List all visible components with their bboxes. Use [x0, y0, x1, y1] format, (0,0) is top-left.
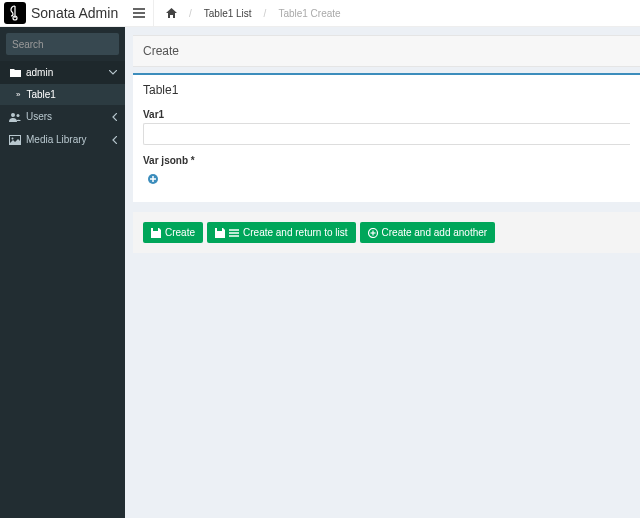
create-button[interactable]: Create — [143, 222, 203, 243]
plus-circle-icon — [147, 173, 159, 185]
svg-point-5 — [12, 137, 14, 139]
brand-name: Sonata Admin — [31, 5, 118, 21]
topbar: / Table1 List / Table1 Create — [125, 0, 640, 27]
search-input[interactable] — [12, 39, 139, 50]
hamburger-button[interactable] — [133, 0, 154, 27]
chevron-left-icon — [112, 113, 117, 121]
sidebar-item-label: Media Library — [26, 134, 87, 145]
bullet-icon: » — [16, 90, 20, 99]
create-another-button[interactable]: Create and add another — [360, 222, 496, 243]
plus-circle-icon — [368, 228, 378, 238]
main: / Table1 List / Table1 Create Create Tab… — [125, 0, 640, 518]
button-label: Create and return to list — [243, 227, 348, 238]
field-label-jsonb: Var jsonb * — [143, 155, 630, 166]
button-label: Create and add another — [382, 227, 488, 238]
svg-point-3 — [17, 114, 20, 117]
folder-icon — [8, 68, 22, 77]
users-icon — [8, 112, 22, 122]
breadcrumb-sep: / — [189, 8, 192, 19]
sidebar-item-media[interactable]: Media Library — [0, 128, 125, 151]
svg-point-2 — [11, 113, 15, 117]
sidebar-item-admin[interactable]: admin — [0, 61, 125, 84]
chevron-down-icon — [109, 70, 117, 75]
page-header: Create — [133, 35, 640, 67]
save-icon — [151, 228, 161, 238]
breadcrumb-current: Table1 Create — [278, 8, 340, 19]
image-icon — [8, 135, 22, 145]
sidebar-item-label: admin — [26, 67, 53, 78]
field-label-var1: Var1 — [143, 109, 630, 120]
sidebar-item-users[interactable]: Users — [0, 105, 125, 128]
var1-input[interactable] — [143, 123, 630, 145]
breadcrumb-sep: / — [264, 8, 267, 19]
search-box[interactable] — [6, 33, 119, 55]
create-return-button[interactable]: Create and return to list — [207, 222, 356, 243]
form-box: Table1 Var1 Var jsonb * — [133, 73, 640, 202]
brand-icon — [4, 2, 26, 24]
chevron-left-icon — [112, 136, 117, 144]
add-jsonb-button[interactable] — [147, 173, 159, 185]
box-title: Table1 — [133, 75, 640, 105]
sidebar-item-label: Users — [26, 111, 52, 122]
save-icon — [215, 228, 225, 238]
brand-logo[interactable]: Sonata Admin — [0, 0, 125, 27]
button-label: Create — [165, 227, 195, 238]
sidebar-subitem-table1[interactable]: » Table1 — [0, 84, 125, 105]
content: Create Table1 Var1 Var jsonb * — [125, 27, 640, 261]
home-icon — [166, 8, 177, 18]
sidebar: Sonata Admin admin » — [0, 0, 125, 518]
sidebar-subitem-label: Table1 — [26, 89, 55, 100]
breadcrumb: / Table1 List / Table1 Create — [154, 8, 341, 19]
form-actions: Create Create and return to list Create — [133, 212, 640, 253]
breadcrumb-link[interactable]: Table1 List — [204, 8, 252, 19]
breadcrumb-home[interactable] — [166, 8, 177, 18]
sidebar-menu: admin » Table1 Users — [0, 61, 125, 151]
list-icon — [229, 228, 239, 238]
